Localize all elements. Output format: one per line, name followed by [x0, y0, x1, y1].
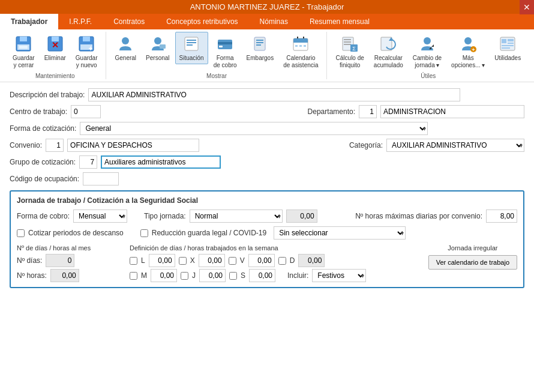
descripcion-label: Descripción del trabajo:: [10, 91, 85, 99]
checkbox-v[interactable]: [229, 257, 236, 265]
close-button[interactable]: ✕: [520, 0, 534, 14]
forma-cobro-button[interactable]: Formade cobro: [209, 32, 241, 71]
reduccion-checkbox[interactable]: [140, 229, 148, 237]
departamento-value-input[interactable]: [380, 105, 524, 118]
checkbox-s[interactable]: [229, 272, 237, 280]
forma-cotizacion-select[interactable]: General: [80, 122, 428, 135]
s-input[interactable]: [249, 269, 275, 282]
tab-nominas[interactable]: Nóminas: [249, 14, 299, 29]
calculo-finiquito-button[interactable]: Σ Cálculo definiquito: [332, 32, 368, 71]
svg-rect-23: [256, 42, 263, 43]
main-content: Descripción del trabajo: Centro de traba…: [0, 82, 534, 294]
recalcular-button[interactable]: Recalcularacumulado: [370, 32, 407, 71]
checkbox-l[interactable]: [130, 257, 137, 265]
forma-cobro-jornada-select[interactable]: Mensual: [73, 210, 127, 223]
forma-cobro-label: Formade cobro: [214, 55, 237, 69]
cotizar-descansos-checkbox[interactable]: [17, 229, 25, 237]
svg-point-12: [154, 37, 161, 44]
jornada-horas-input[interactable]: [286, 210, 317, 223]
cambio-jornada-icon: [418, 34, 437, 53]
jornada-title: Jornada de trabajo / Cotización a la Seg…: [17, 196, 517, 205]
utilidades-button[interactable]: Utilidades: [490, 32, 525, 64]
n-horas-max-input[interactable]: [486, 210, 517, 223]
mantenimiento-label: Mantenimiento: [35, 73, 75, 79]
general-button[interactable]: General: [111, 32, 141, 64]
l-input[interactable]: [149, 254, 175, 267]
j-label: J: [192, 271, 196, 280]
x-label: X: [190, 256, 195, 265]
j-input[interactable]: [199, 269, 226, 282]
personal-icon: [148, 34, 167, 53]
forma-cotizacion-label: Forma de cotización:: [10, 124, 76, 133]
forma-cotizacion-row: Forma de cotización: General: [10, 122, 524, 135]
cambio-jornada-label: Cambio dejornada ▾: [413, 55, 442, 69]
centro-trabajo-input[interactable]: [71, 105, 101, 118]
checkbox-x[interactable]: [179, 257, 187, 265]
checkbox-d[interactable]: [278, 257, 286, 265]
svg-rect-14: [185, 37, 198, 50]
svg-text:✕: ✕: [52, 40, 59, 50]
tab-trabajador[interactable]: Trabajador: [0, 14, 58, 29]
tab-resumen[interactable]: Resumen mensual: [299, 14, 380, 29]
n-horas-max-label: Nº horas máximas diarias por convenio:: [355, 212, 482, 220]
ver-calendario-button[interactable]: Ver calendario de trabajo: [428, 255, 517, 270]
title-bar: ANTONIO MARTINEZ JUAREZ - Trabajador ✕: [0, 0, 534, 14]
svg-text:+: +: [89, 44, 93, 53]
svg-rect-31: [299, 45, 302, 47]
reduccion-select[interactable]: Sin seleccionar: [274, 226, 406, 240]
tab-irpf[interactable]: I.R.P.F.: [58, 14, 103, 29]
svg-text:Σ: Σ: [352, 46, 356, 52]
definicion-semana-section: Definición de días / horas trabajados en…: [130, 244, 366, 282]
definicion-label: Definición de días / horas trabajados en…: [130, 244, 366, 252]
personal-button[interactable]: Personal: [142, 32, 173, 64]
v-input[interactable]: [248, 254, 275, 267]
convenio-value-input[interactable]: [67, 139, 199, 152]
svg-rect-13: [160, 44, 166, 49]
situacion-label: Situación: [179, 55, 204, 62]
tab-contratos[interactable]: Contratos: [103, 14, 155, 29]
x-input[interactable]: [199, 254, 225, 267]
svg-point-41: [424, 37, 431, 44]
n-dias-horas-label: Nº de días / horas al mes: [17, 244, 113, 252]
centro-trabajo-label: Centro de trabajo:: [10, 107, 67, 116]
d-input[interactable]: [298, 254, 325, 267]
svg-rect-30: [295, 45, 298, 47]
codigo-ocupacion-input[interactable]: [83, 172, 119, 185]
ribbon: Guardary cerrar ✕ Eliminar: [0, 29, 534, 82]
svg-rect-50: [502, 47, 510, 49]
departamento-num-input[interactable]: [359, 105, 377, 118]
tab-conceptos[interactable]: Conceptos retributivos: [155, 14, 248, 29]
n-horas-input[interactable]: [50, 269, 79, 282]
descripcion-row: Descripción del trabajo:: [10, 88, 524, 101]
svg-rect-36: [344, 44, 351, 45]
svg-rect-8: [83, 37, 90, 41]
convenio-num-input[interactable]: [46, 139, 64, 152]
n-dias-input[interactable]: [46, 254, 74, 267]
forma-cobro-icon: [215, 34, 235, 53]
guardar-cerrar-button[interactable]: Guardary cerrar: [8, 32, 39, 71]
utilidades-label: Utilidades: [494, 55, 521, 62]
m-input[interactable]: [151, 269, 177, 282]
v-label: V: [240, 256, 245, 265]
embargos-button[interactable]: Embargos: [242, 32, 278, 64]
jornada-row3: Nº de días / horas al mes Nº días: Nº ho…: [17, 244, 517, 282]
grupo-cotizacion-value-input[interactable]: [101, 155, 221, 169]
situacion-button[interactable]: Situación: [175, 32, 208, 64]
bottom-area: [0, 294, 534, 392]
cambio-jornada-button[interactable]: Cambio dejornada ▾: [409, 32, 446, 71]
tipo-jornada-select[interactable]: Normal: [190, 210, 283, 223]
checkbox-m[interactable]: [130, 272, 137, 280]
descripcion-input[interactable]: [88, 88, 460, 101]
mas-opciones-button[interactable]: + Másopciones... ▾: [447, 32, 489, 71]
eliminar-button[interactable]: ✕ Eliminar: [40, 32, 70, 64]
guardar-nuevo-button[interactable]: + Guardary nuevo: [71, 32, 102, 71]
checkbox-j[interactable]: [181, 272, 188, 280]
mas-opciones-icon: +: [458, 34, 478, 53]
calendario-icon: [291, 34, 310, 53]
ver-calendario-label: Ver calendario de trabajo: [436, 259, 509, 266]
convenio-label: Convenio:: [10, 141, 42, 149]
grupo-cotizacion-num-input[interactable]: [79, 155, 97, 169]
incluir-select[interactable]: Festivos: [312, 269, 366, 282]
calendario-button[interactable]: Calendariode asistencia: [279, 32, 322, 71]
categoria-select[interactable]: AUXILIAR ADMINISTRATIVO: [386, 139, 524, 152]
